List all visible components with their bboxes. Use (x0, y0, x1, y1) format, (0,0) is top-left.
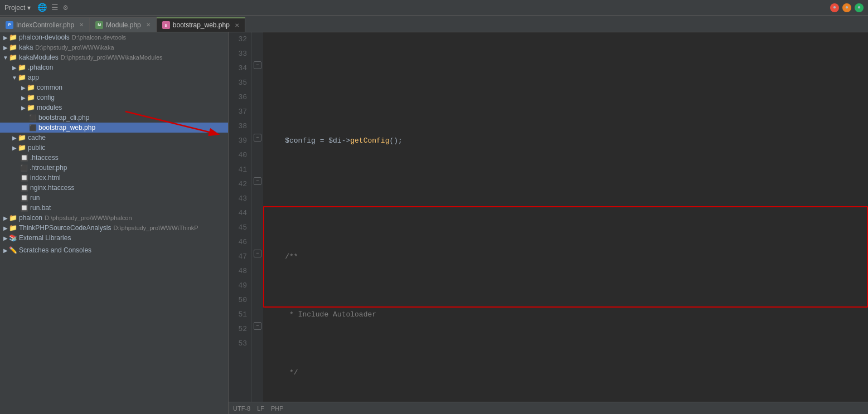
sidebar-item-common[interactable]: ▶ 📁 common (0, 82, 228, 92)
fold-52[interactable]: − (254, 322, 261, 330)
code-line-32: $config = $di->getConfig(); (268, 134, 864, 148)
sidebar-item-app[interactable]: ▼ 📁 app (0, 72, 228, 82)
globe-icon[interactable]: 🌐 (37, 3, 47, 12)
icon-scratches: ✏️ (9, 246, 17, 254)
label-bootstrap-web: bootstrap_web.php (38, 124, 95, 131)
file-icon-htrouter: ⬛ (20, 164, 28, 172)
status-encoding: UTF-8 (233, 405, 250, 412)
path-thinkphp: D:\phpstudy_pro\WWW\ThinkP (113, 225, 198, 231)
tab-module-label: Module.php (106, 21, 141, 29)
fold-41[interactable]: − (254, 177, 261, 185)
file-icon-bootstrap-cli: ⬛ (29, 114, 37, 121)
sidebar-item-external-libraries[interactable]: ▶ 📚 External Libraries (0, 233, 228, 243)
arrow-cache: ▶ (11, 135, 18, 141)
label-kakamodules: kakaModules (19, 53, 59, 61)
structure-icon[interactable]: ☰ (51, 3, 59, 12)
sidebar-item-phalcon-hidden[interactable]: ▶ 📁 .phalcon (0, 62, 228, 72)
status-filetype: PHP (271, 405, 284, 412)
file-icon-run-bat: 🔲 (20, 204, 28, 212)
window-controls: ● ● ● (830, 3, 864, 12)
label-phalcon-root: phalcon (19, 214, 42, 222)
title-bar: Project ▾ 🌐 ☰ ⚙ ● ● ● (0, 0, 868, 16)
sidebar-item-bootstrap-cli[interactable]: ⬛ bootstrap_cli.php (0, 113, 228, 123)
sidebar-item-htaccess[interactable]: 🔲 .htaccess (0, 153, 228, 163)
arrow-common: ▶ (20, 85, 27, 91)
file-icon-run: 🔲 (20, 194, 28, 202)
code-editor[interactable]: 32 33 34 35 36 37 38 39 40 41 42 43 44 4… (229, 32, 868, 402)
settings-icon[interactable]: ⚙ (63, 3, 67, 12)
sidebar-item-kaka[interactable]: ▶ 📁 kaka D:\phpstudy_pro\WWW\kaka (0, 42, 228, 52)
label-kaka: kaka (19, 43, 33, 51)
label-scratches: Scratches and Consoles (19, 246, 91, 254)
label-common: common (37, 84, 62, 91)
arrow-public: ▶ (11, 145, 18, 151)
sidebar-item-config[interactable]: ▶ 📁 config (0, 92, 228, 103)
file-icon-index-html: 🔲 (20, 174, 28, 182)
path-phalcon-devtools: D:\phalcon-devtools (72, 34, 126, 41)
folder-icon-app: 📁 (18, 74, 26, 81)
project-menu[interactable]: Project ▾ (4, 4, 31, 12)
code-line-33 (268, 192, 864, 206)
sidebar-item-nginx-htaccess[interactable]: 🔲 nginx.htaccess (0, 183, 228, 193)
folder-icon-public: 📁 (18, 144, 26, 152)
arrow-app: ▼ (11, 75, 18, 81)
fold-39[interactable]: − (254, 134, 261, 142)
code-content[interactable]: $config = $di->getConfig(); /** * Includ… (263, 32, 868, 402)
tab-module-close[interactable]: ✕ (146, 22, 151, 28)
sidebar-item-public[interactable]: ▶ 📁 public (0, 143, 228, 153)
tab-bootstrap-web[interactable]: B bootstrap_web.php ✕ (157, 17, 245, 32)
status-line-separator: LF (257, 405, 264, 412)
firefox-icon[interactable]: ● (842, 3, 851, 12)
sidebar-item-modules[interactable]: ▶ 📁 modules (0, 103, 228, 113)
tab-bootstrap-close[interactable]: ✕ (235, 22, 239, 28)
tab-bootstrap-label: bootstrap_web.php (173, 21, 230, 29)
arrow-kaka: ▶ (2, 45, 9, 51)
fold-47[interactable]: − (254, 250, 261, 257)
label-thinkphp: ThinkPHPSourceCodeAnalysis (19, 224, 111, 232)
sidebar-item-cache[interactable]: ▶ 📁 cache (0, 133, 228, 143)
label-config: config (37, 94, 55, 101)
sidebar-item-run-bat[interactable]: 🔲 run.bat (0, 203, 228, 213)
bottom-bar: UTF-8 LF PHP (229, 402, 868, 414)
tab-bootstrap-icon: B (162, 21, 170, 29)
label-htaccess: .htaccess (30, 154, 59, 162)
tab-indexcontroller[interactable]: P IndexController.php ✕ (0, 17, 90, 32)
folder-icon-modules: 📁 (27, 104, 35, 111)
arrow-config: ▶ (20, 95, 27, 101)
browser-icon[interactable]: ● (855, 3, 864, 12)
folder-icon-config: 📁 (27, 94, 35, 101)
file-icon-nginx-htaccess: 🔲 (20, 184, 28, 192)
icon-external-libraries: 📚 (9, 234, 17, 242)
sidebar-item-kakamodules[interactable]: ▼ 📁 kakaModules D:\phpstudy_pro\WWW\kaka… (0, 52, 228, 62)
arrow-phalcon-root: ▶ (2, 215, 9, 221)
folder-icon-phalcon-root: 📁 (9, 214, 17, 222)
fold-34[interactable]: − (254, 61, 261, 69)
code-line-36: */ (268, 366, 864, 380)
sidebar: ▶ 📁 phalcon-devtools D:\phalcon-devtools… (0, 32, 229, 414)
sidebar-item-thinkphp[interactable]: ▶ 📁 ThinkPHPSourceCodeAnalysis D:\phpstu… (0, 223, 228, 233)
label-phalcon-devtools: phalcon-devtools (19, 33, 70, 41)
label-public: public (28, 144, 45, 152)
arrow-external-libraries: ▶ (2, 235, 9, 241)
arrow-kakamodules: ▼ (2, 55, 9, 61)
label-run: run (30, 194, 40, 202)
sidebar-item-htrouter[interactable]: ⬛ .htrouter.php (0, 163, 228, 173)
sidebar-item-index-html[interactable]: 🔲 index.html (0, 173, 228, 183)
tab-module[interactable]: M Module.php ✕ (90, 17, 157, 32)
label-modules: modules (37, 104, 62, 111)
path-kaka: D:\phpstudy_pro\WWW\kaka (35, 44, 114, 51)
sidebar-item-bootstrap-web[interactable]: ⬛ bootstrap_web.php (0, 123, 228, 133)
sidebar-item-phalcon-devtools[interactable]: ▶ 📁 phalcon-devtools D:\phalcon-devtools (0, 32, 228, 42)
gutter: − − − − − (252, 32, 263, 402)
tab-indexcontroller-close[interactable]: ✕ (79, 22, 84, 28)
tab-bar: P IndexController.php ✕ M Module.php ✕ B… (0, 16, 868, 32)
chrome-icon[interactable]: ● (830, 3, 839, 12)
label-nginx-htaccess: nginx.htaccess (30, 184, 74, 192)
folder-icon-phalcon-devtools: 📁 (9, 33, 17, 41)
sidebar-item-scratches[interactable]: ▶ ✏️ Scratches and Consoles (0, 245, 228, 255)
editor-area: 32 33 34 35 36 37 38 39 40 41 42 43 44 4… (229, 32, 868, 414)
sidebar-item-run[interactable]: 🔲 run (0, 193, 228, 203)
folder-icon-kakamodules: 📁 (9, 53, 17, 61)
arrow-thinkphp: ▶ (2, 225, 9, 231)
sidebar-item-phalcon-root[interactable]: ▶ 📁 phalcon D:\phpstudy_pro\WWW\phalcon (0, 213, 228, 223)
